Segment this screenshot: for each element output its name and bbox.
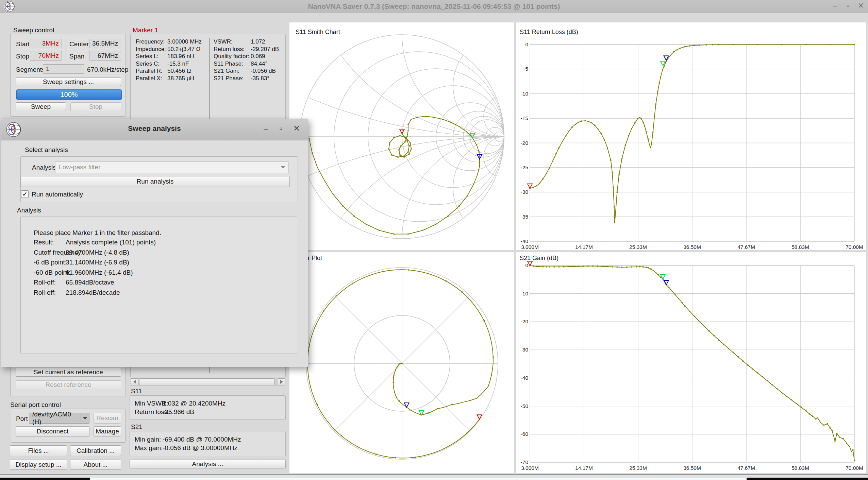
about-button[interactable]: About ...: [70, 460, 121, 470]
sweep-settings-button[interactable]: Sweep settings ...: [16, 78, 121, 86]
data-row: S11 Phase:84.44°: [214, 61, 283, 67]
files-button[interactable]: Files ...: [10, 445, 67, 456]
row-label: VSWR:: [214, 38, 251, 45]
gain-chart-widget[interactable]: S21 Gain (dB) 0-10-20-30-40-50-60-703.00…: [516, 252, 866, 473]
row-label: Series L:: [136, 53, 167, 60]
row-label: Roll-off:: [34, 279, 66, 286]
svg-text:-40: -40: [521, 238, 529, 244]
row-label: Min gain:: [135, 436, 163, 443]
port-dropdown[interactable]: /dev/ttyACM0 (H): [29, 413, 89, 424]
row-label: Min VSWR:: [135, 400, 163, 407]
row-value: -69.400 dB @ 70.0000MHz: [163, 436, 241, 443]
close-button[interactable]: ✕: [856, 1, 866, 10]
dialog-close-button[interactable]: ✕: [291, 124, 302, 133]
display-setup-button[interactable]: Display setup ...: [10, 460, 67, 470]
row-label: Frequency:: [136, 38, 167, 45]
sweep-divider: [66, 39, 66, 61]
svg-text:-35: -35: [521, 214, 528, 220]
svg-text:36.50M: 36.50M: [683, 244, 701, 250]
data-row: -6 dB point:31.1400MHz (-6.9 dB): [34, 259, 285, 266]
gain-plot[interactable]: 0-10-20-30-40-50-60-703.000M14.17M25.33M…: [516, 252, 866, 473]
polar-plot[interactable]: [289, 252, 514, 473]
row-value: -29.207 dB: [251, 46, 279, 52]
row-value: Analysis complete (101) points): [66, 239, 156, 246]
calibration-button[interactable]: Calibration ...: [70, 445, 121, 456]
marker-scrollbar[interactable]: [131, 378, 285, 385]
row-label: Return loss:: [214, 46, 251, 53]
svg-text:-70: -70: [521, 459, 529, 465]
start-input[interactable]: 3MHz: [30, 39, 62, 48]
window-title: NanoVNA Saver 0.7.3 (Sweep: nanovna_2025…: [0, 2, 868, 11]
row-value: 50.456 Ω: [167, 68, 191, 74]
data-row: Series C:-15.3 nF: [136, 61, 207, 67]
svg-text:47.67M: 47.67M: [737, 244, 755, 250]
run-automatically-label: Run automatically: [32, 191, 83, 198]
dialog-maximize-button[interactable]: ▫: [275, 124, 287, 133]
scrollbar-thumb[interactable]: [139, 378, 274, 385]
select-analysis-label: Select analysis: [25, 146, 68, 154]
run-automatically-checkbox[interactable]: ✓: [21, 190, 29, 198]
svg-text:47.67M: 47.67M: [737, 465, 755, 471]
row-value: 30.4700MHz (-4.8 dB): [66, 249, 129, 256]
row-label: Impedance:: [136, 46, 167, 53]
row-label: S11 Phase:: [214, 61, 251, 67]
dialog-minimize-button[interactable]: –: [260, 124, 272, 133]
svg-text:0: 0: [525, 41, 528, 47]
row-label: Quality factor:: [214, 53, 251, 60]
return-loss-plot[interactable]: 0-5-10-15-20-25-30-35-403.000M14.17M25.3…: [516, 22, 866, 250]
dialog-titlebar[interactable]: Sweep analysis – ▫ ✕: [1, 119, 308, 140]
svg-text:-60: -60: [521, 431, 529, 437]
svg-text:-15: -15: [521, 115, 528, 121]
minimize-button[interactable]: –: [830, 1, 840, 10]
sweep-button[interactable]: Sweep: [16, 102, 66, 111]
return-loss-chart-widget[interactable]: S11 Return Loss (dB) 0-5-10-15-20-25-30-…: [516, 22, 866, 250]
row-label: Return loss:: [135, 408, 163, 416]
row-value: 61.9600MHz (-61.4 dB): [66, 269, 133, 276]
row-value: 183.96 nH: [167, 53, 194, 59]
stop-button[interactable]: Stop: [70, 102, 121, 111]
scrollbar-right-button[interactable]: [278, 378, 285, 385]
svg-text:3.000M: 3.000M: [521, 244, 539, 250]
polar-plot-widget[interactable]: Polar Plot: [289, 252, 514, 473]
analysis-button[interactable]: Analysis ...: [130, 460, 286, 468]
data-row: Min gain:-69.400 dB @ 70.0000MHz: [135, 436, 281, 443]
stop-label: Stop: [16, 53, 29, 60]
row-value: 3.00000 MHz: [167, 38, 202, 45]
svg-text:58.83M: 58.83M: [791, 465, 809, 471]
scrollbar-left-button[interactable]: [131, 378, 138, 385]
row-value: 0.069: [251, 53, 265, 59]
row-label: S21 Gain:: [214, 68, 251, 74]
svg-text:36.50M: 36.50M: [683, 465, 701, 471]
maximize-button[interactable]: ▫: [843, 1, 853, 10]
data-row: Series L:183.96 nH: [136, 53, 207, 60]
disconnect-button[interactable]: Disconnect: [16, 426, 89, 436]
segments-label: Segments: [16, 66, 45, 73]
reset-reference-button[interactable]: Reset reference: [16, 380, 121, 389]
run-analysis-button[interactable]: Run analysis: [20, 176, 290, 187]
s21-stats-title: S21: [131, 423, 143, 431]
row-label: Series C:: [136, 61, 167, 67]
analysis-type-dropdown[interactable]: Low-pass filter: [55, 161, 289, 173]
row-value: 31.1400MHz (-6.9 dB): [66, 259, 129, 266]
smith-chart-widget[interactable]: S11 Smith Chart: [289, 22, 514, 250]
stop-input[interactable]: 70MHz: [30, 51, 62, 61]
center-label: Center: [69, 40, 89, 48]
data-row: Return loss:-35.966 dB: [135, 408, 281, 416]
data-row: VSWR:1.072: [214, 38, 283, 45]
data-row: Roll-off:65.894dB/octave: [34, 279, 285, 286]
data-row: Cutoff frequency:30.4700MHz (-4.8 dB): [34, 249, 285, 256]
row-value: 65.894dB/octave: [66, 279, 114, 286]
segments-input[interactable]: 1: [43, 64, 84, 74]
span-input[interactable]: 67MHz: [89, 51, 121, 61]
desktop-light-strip: [90, 478, 747, 480]
rescan-button[interactable]: Rescan: [94, 413, 121, 424]
smith-chart-plot[interactable]: [289, 22, 514, 250]
port-dropdown-arrow-icon: [81, 417, 89, 419]
manage-button[interactable]: Manage: [94, 426, 121, 436]
set-reference-button[interactable]: Set current as reference: [16, 368, 121, 377]
center-input[interactable]: 36.5MHz: [89, 39, 121, 48]
row-label: Parallel X:: [136, 75, 167, 82]
data-row: Quality factor:0.069: [214, 53, 283, 60]
row-label: -6 dB point:: [34, 259, 66, 266]
svg-text:-30: -30: [521, 347, 529, 353]
